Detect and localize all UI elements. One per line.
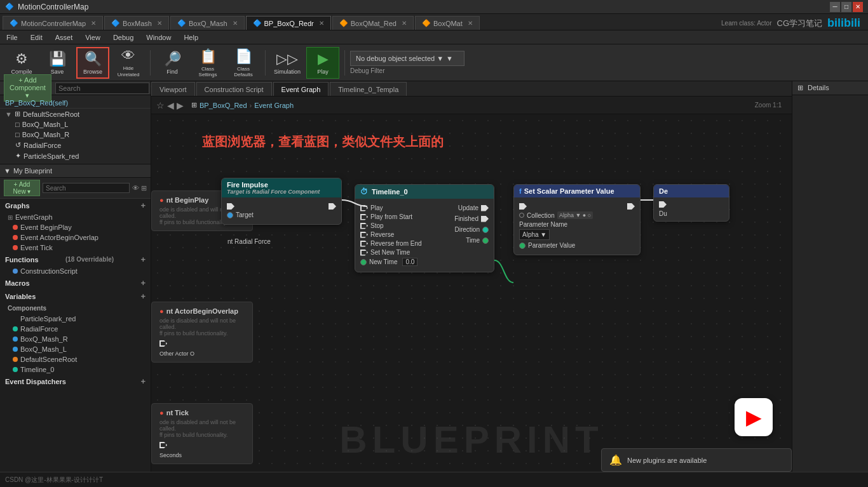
variables-add-button[interactable]: + bbox=[140, 291, 146, 301]
set-scalar-exec-in-pin bbox=[519, 203, 527, 210]
maximize-button[interactable]: □ bbox=[841, 2, 851, 12]
new-plugins-banner[interactable]: 🔔 New plugins are available bbox=[601, 448, 792, 472]
var-particlespark-item[interactable]: ParticleSpark_red bbox=[0, 314, 151, 324]
tree-icon-particlespark: ✦ bbox=[15, 152, 21, 160]
event-tick-item[interactable]: Event Tick bbox=[0, 243, 151, 253]
breadcrumb-bp-name[interactable]: BP_BoxQ_Red bbox=[200, 102, 247, 109]
breadcrumb-graph-name[interactable]: Event Graph bbox=[254, 102, 294, 109]
tab-boxmash[interactable]: 🔷 BoxMash ✕ bbox=[104, 16, 169, 30]
var-boxq-mash-l-item[interactable]: BoxQ_Mash_L bbox=[0, 344, 151, 354]
nav-forward-icon[interactable]: ▶ bbox=[177, 100, 184, 110]
fire-impulse-target-pin: Target bbox=[227, 211, 254, 218]
set-scalar-node[interactable]: f Set Scalar Parameter Value bbox=[513, 184, 641, 255]
partial-node-de[interactable]: De Du bbox=[653, 184, 729, 222]
section-graphs[interactable]: Graphs + bbox=[0, 199, 151, 212]
tree-item-defaultsceneroot[interactable]: ▼ ⊞ DefaultSceneRoot bbox=[0, 109, 151, 119]
youtube-button[interactable]: ▶ bbox=[735, 398, 773, 436]
event-beginplay-label: Event BeginPlay bbox=[20, 223, 72, 231]
debug-filter-label: Debug Filter bbox=[350, 67, 465, 74]
tab-viewport[interactable]: Viewport bbox=[151, 82, 195, 96]
nav-back-icon[interactable]: ◀ bbox=[167, 100, 174, 110]
section-event-dispatchers[interactable]: Event Dispatchers + bbox=[0, 375, 151, 388]
class-settings-button[interactable]: 📋 Class Settings bbox=[191, 47, 224, 79]
construction-script-item[interactable]: ConstructionScript bbox=[0, 266, 151, 276]
timeline-reverse-label: Reverse bbox=[370, 231, 394, 238]
menu-asset[interactable]: Asset bbox=[53, 32, 76, 43]
tab-close-boxq-mash[interactable]: ✕ bbox=[233, 20, 238, 27]
event-beginplay-dot bbox=[13, 225, 18, 230]
tab-close-boxqmat[interactable]: ✕ bbox=[468, 20, 473, 27]
tab-boxq-mash[interactable]: 🔷 BoxQ_Mash ✕ bbox=[170, 16, 245, 30]
var-boxq-mash-r-item[interactable]: BoxQ_Mash_R bbox=[0, 334, 151, 344]
tab-close-boxmash[interactable]: ✕ bbox=[157, 20, 162, 27]
timeline-node[interactable]: ⏱ Timeline_0 Play Play from Start bbox=[355, 184, 494, 272]
simulation-button[interactable]: ▷▷ Simulation bbox=[271, 47, 304, 79]
event-actoroverlap-item[interactable]: Event ActorBeginOverlap bbox=[0, 232, 151, 243]
menu-window[interactable]: Window bbox=[144, 32, 173, 43]
var-radialforce-item[interactable]: RadialForce bbox=[0, 324, 151, 334]
tab-construction-script[interactable]: Construction Script bbox=[196, 82, 272, 96]
play-button[interactable]: ▶ Play bbox=[306, 47, 339, 79]
close-button[interactable]: ✕ bbox=[853, 2, 863, 12]
tab-bp-boxq-redr[interactable]: 🔷 BP_BoxQ_Redr ✕ bbox=[246, 16, 331, 30]
tab-motion-controller[interactable]: 🔷 MotionControllerMap ✕ bbox=[3, 16, 103, 30]
debug-dropdown[interactable]: No debug object selected ▼ ▼ bbox=[350, 51, 465, 66]
graphs-add-button[interactable]: + bbox=[140, 201, 146, 210]
title-icon: 🔷 bbox=[5, 3, 14, 11]
menu-edit[interactable]: Edit bbox=[28, 32, 45, 43]
menu-view[interactable]: View bbox=[83, 32, 103, 43]
find-icon: 🔎 bbox=[164, 51, 181, 67]
browse-button[interactable]: 🔍 Browse bbox=[76, 47, 109, 79]
tree-item-boxq-mash-l[interactable]: □ BoxQ_Mash_L bbox=[10, 119, 151, 130]
section-functions[interactable]: Functions (18 Overridable) + bbox=[0, 253, 151, 266]
blueprint-canvas[interactable]: 蓝图浏览器，查看蓝图，类似文件夹上面的 ● nt BeginPlay ode i… bbox=[151, 114, 792, 487]
tab-boxqmat[interactable]: 🔶 BoxQMat ✕ bbox=[415, 16, 480, 30]
mybp-grid-icon[interactable]: ⊞ bbox=[141, 184, 147, 192]
hide-unrelated-button[interactable]: 👁 Hide Unrelated bbox=[112, 47, 145, 79]
macros-add-button[interactable]: + bbox=[140, 278, 146, 288]
tab-close-bp[interactable]: ✕ bbox=[319, 20, 324, 27]
set-scalar-param-name-dropdown[interactable]: Alpha ▼ bbox=[519, 229, 550, 240]
section-components-vars[interactable]: Components bbox=[0, 303, 151, 314]
save-button[interactable]: 💾 Save bbox=[41, 47, 74, 79]
class-defaults-button[interactable]: 📄 Class Defaults bbox=[227, 47, 260, 79]
timeline-finished-pin: Finished bbox=[454, 215, 489, 222]
tab-close-motion[interactable]: ✕ bbox=[91, 20, 96, 27]
tab-event-graph[interactable]: Event Graph bbox=[273, 82, 329, 96]
tree-label-radialforce: RadialForce bbox=[24, 142, 61, 149]
timeline-direction-label: Direction bbox=[455, 226, 480, 233]
menu-file[interactable]: File bbox=[4, 32, 20, 43]
tree-item-boxq-mash-r[interactable]: □ BoxQ_Mash_R bbox=[10, 130, 151, 140]
section-variables[interactable]: Variables + bbox=[0, 290, 151, 303]
fire-impulse-node[interactable]: Fire Impulse Target is Radial Force Comp… bbox=[221, 178, 342, 225]
event-dispatchers-add-button[interactable]: + bbox=[140, 377, 146, 386]
mybp-eye-icon[interactable]: 👁 bbox=[132, 184, 139, 192]
var-defaultsceneroot-item[interactable]: DefaultSceneRoot bbox=[0, 354, 151, 364]
bp-self-label: BP_BoxQ_Red(self) bbox=[0, 98, 151, 109]
fire-impulse-subtitle: Target is Radial Force Component bbox=[227, 189, 336, 195]
tab-boxqmat-red[interactable]: 🔶 BoxQMat_Red ✕ bbox=[332, 16, 414, 30]
tab-close-boxqmat-red[interactable]: ✕ bbox=[402, 20, 407, 27]
disabled-msg-2: ode is disabled and will not be called.f… bbox=[159, 317, 245, 337]
mybp-search-input[interactable] bbox=[43, 183, 130, 193]
save-icon: 💾 bbox=[49, 51, 66, 67]
menu-help[interactable]: Help bbox=[181, 32, 201, 43]
mybp-add-button[interactable]: + Add New ▾ bbox=[4, 180, 40, 196]
minimize-button[interactable]: ─ bbox=[830, 2, 840, 12]
menu-debug[interactable]: Debug bbox=[111, 32, 136, 43]
functions-add-button[interactable]: + bbox=[140, 255, 146, 264]
find-button[interactable]: 🔎 Find bbox=[156, 47, 189, 79]
event-beginplay-item[interactable]: Event BeginPlay bbox=[0, 222, 151, 232]
tab-timeline[interactable]: Timeline_0_Templa bbox=[330, 82, 407, 96]
construction-script-label: ConstructionScript bbox=[20, 267, 78, 275]
nav-bookmark-icon[interactable]: ☆ bbox=[156, 100, 165, 110]
eventgraph-item[interactable]: ⊞ EventGraph bbox=[0, 212, 151, 222]
tree-item-radialforce[interactable]: ↺ RadialForce bbox=[10, 140, 151, 150]
timeline-update-exec bbox=[481, 205, 489, 211]
section-macros[interactable]: Macros + bbox=[0, 276, 151, 290]
mybp-header[interactable]: ▼ My Blueprint bbox=[0, 164, 151, 178]
var-timeline-item[interactable]: Timeline_0 bbox=[0, 364, 151, 375]
tree-item-particlespark[interactable]: ✦ ParticleSpark_red bbox=[10, 150, 151, 161]
compile-button[interactable]: ⚙ Compile bbox=[5, 47, 38, 79]
components-search-input[interactable] bbox=[55, 83, 149, 94]
